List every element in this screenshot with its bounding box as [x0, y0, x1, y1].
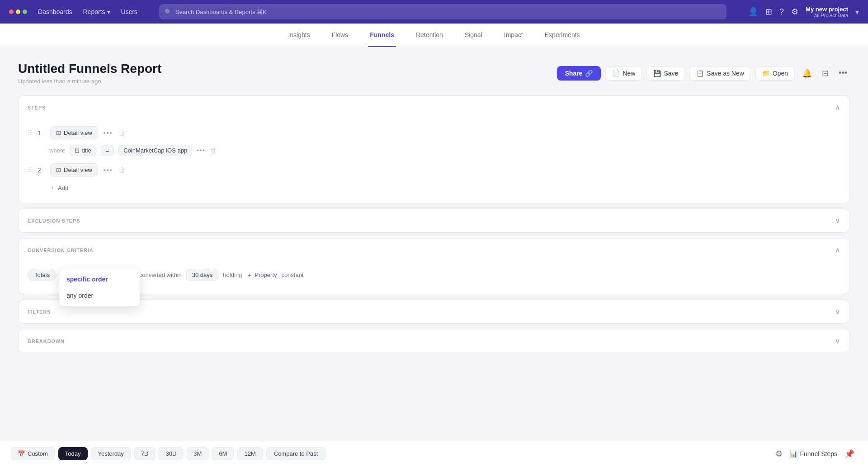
steps-section: STEPS ∧ ⠿ 1 ⊡ Detail view ••• 🗑 where ⊡ …	[18, 95, 850, 203]
conversion-header[interactable]: CONVERSION CRITERIA ∧	[19, 238, 849, 262]
close-dot	[9, 10, 14, 14]
dropdown-any-order[interactable]: any order	[59, 287, 140, 304]
tab-flows[interactable]: Flows	[330, 24, 350, 47]
dropdown-specific-order[interactable]: specific order	[59, 271, 140, 287]
step-badge-2[interactable]: ⊡ Detail view	[50, 163, 98, 176]
step-num-1: 1	[38, 129, 45, 137]
steps-chevron-icon: ∧	[835, 103, 840, 112]
where-label-1: where	[49, 147, 65, 154]
expand-dot	[23, 10, 27, 14]
nav-dashboards[interactable]: Dashboards	[38, 8, 72, 15]
breakdown-title: BREAKDOWN	[28, 338, 65, 344]
report-title-group: Untitled Funnels Report Updated less tha…	[18, 62, 161, 85]
tab-impact[interactable]: Impact	[502, 24, 525, 47]
filter-more-icon[interactable]: •••	[197, 147, 206, 154]
open-button[interactable]: 📁 Open	[755, 66, 795, 81]
detail-view-icon-2: ⊡	[56, 167, 61, 173]
step-delete-2[interactable]: 🗑	[118, 166, 126, 174]
steps-title: STEPS	[28, 105, 46, 110]
link-icon: 🔗	[585, 70, 593, 77]
new-button[interactable]: 📄 New	[605, 66, 642, 81]
page-title: Untitled Funnels Report	[18, 62, 161, 76]
conversion-chevron-icon: ∧	[835, 246, 840, 254]
save-button[interactable]: 💾 Save	[646, 66, 685, 81]
filters-header[interactable]: FILTERS ∨	[19, 300, 849, 323]
tab-retention[interactable]: Retention	[414, 24, 445, 47]
tab-signal[interactable]: Signal	[463, 24, 484, 47]
add-step-button[interactable]: ＋ Add	[28, 180, 68, 194]
eq-badge[interactable]: =	[101, 145, 114, 156]
holding-label: holding	[223, 272, 242, 278]
conversion-section: CONVERSION CRITERIA ∧ Totals in specific…	[18, 238, 850, 294]
step-row-2: ⠿ 2 ⊡ Detail view ••• 🗑	[28, 160, 840, 180]
breakdown-header[interactable]: BREAKDOWN ∨	[19, 329, 849, 353]
step-num-2: 2	[38, 167, 45, 174]
reports-chevron-icon: ▾	[107, 8, 110, 15]
where-row-1: where ⊡ title = CoinMarketCap iOS app ••…	[28, 143, 840, 158]
breakdown-section: BREAKDOWN ∨	[18, 329, 850, 353]
secondary-nav: Insights Flows Funnels Retention Signal …	[0, 24, 868, 47]
tab-insights[interactable]: Insights	[286, 24, 311, 47]
bell-icon[interactable]: 🔔	[799, 67, 815, 80]
plus-icon: ＋	[246, 271, 252, 279]
exclusion-title: EXCLUSION STEPS	[28, 218, 80, 224]
save-as-new-button[interactable]: 📋 Save as New	[689, 66, 750, 81]
folder-icon: 📁	[762, 70, 770, 77]
header-actions: Share 🔗 📄 New 💾 Save 📋 Save as New 📁 Ope…	[557, 66, 850, 81]
project-chevron-icon[interactable]: ▾	[855, 8, 859, 16]
conversion-body: Totals in specific order who converted w…	[19, 262, 849, 294]
filters-section: FILTERS ∨	[18, 300, 850, 324]
title-filter-badge[interactable]: ⊡ title	[70, 145, 96, 156]
window-controls	[9, 10, 27, 14]
nav-reports[interactable]: Reports ▾	[83, 8, 110, 15]
save-icon: 💾	[653, 70, 661, 77]
breakdown-chevron-icon: ∨	[835, 337, 840, 345]
apps-icon[interactable]: ⊞	[765, 7, 772, 17]
totals-pill[interactable]: Totals	[28, 269, 57, 281]
search-icon: 🔍	[165, 9, 172, 15]
share-button[interactable]: Share 🔗	[557, 66, 601, 81]
filters-chevron-icon: ∨	[835, 307, 840, 316]
filter-value-badge[interactable]: CoinMarketCap iOS app	[118, 145, 192, 156]
steps-header[interactable]: STEPS ∧	[19, 96, 849, 119]
report-header: Untitled Funnels Report Updated less tha…	[18, 62, 850, 85]
constant-label: constant	[281, 272, 303, 278]
drag-handle-1[interactable]: ⠿	[28, 129, 32, 137]
notifications-icon[interactable]: 👤	[748, 7, 758, 17]
layout-icon[interactable]: ⊟	[819, 67, 831, 80]
filter-delete-icon[interactable]: 🗑	[210, 147, 217, 154]
step-more-1[interactable]: •••	[104, 129, 113, 137]
conversion-row: Totals in specific order who converted w…	[28, 265, 840, 285]
settings-icon[interactable]: ⚙	[791, 7, 798, 17]
property-button[interactable]: ＋ Property	[246, 271, 277, 279]
days-selector[interactable]: 30 days	[186, 269, 219, 281]
minimize-dot	[16, 10, 20, 14]
more-icon[interactable]: •••	[836, 67, 850, 80]
exclusion-section: EXCLUSION STEPS ∨	[18, 209, 850, 233]
new-icon: 📄	[612, 70, 620, 77]
add-icon: ＋	[49, 184, 55, 192]
exclusion-header[interactable]: EXCLUSION STEPS ∨	[19, 209, 849, 232]
nav-users[interactable]: Users	[121, 8, 138, 15]
report-updated: Updated less than a minute ago	[18, 78, 161, 85]
tab-funnels[interactable]: Funnels	[368, 24, 396, 47]
step-row-1: ⠿ 1 ⊡ Detail view ••• 🗑	[28, 123, 840, 143]
step-more-2[interactable]: •••	[104, 167, 113, 174]
top-nav: Dashboards Reports ▾ Users 🔍 Search Dash…	[0, 0, 868, 24]
save-as-icon: 📋	[696, 70, 704, 77]
drag-handle-2[interactable]: ⠿	[28, 167, 32, 174]
main-content: Untitled Funnels Report Updated less tha…	[0, 47, 868, 404]
search-bar[interactable]: 🔍 Search Dashboards & Reports ⌘K	[159, 4, 726, 19]
steps-body: ⠿ 1 ⊡ Detail view ••• 🗑 where ⊡ title =	[19, 119, 849, 203]
nav-right-actions: 👤 ⊞ ? ⚙ My new project All Project Data …	[748, 6, 859, 18]
project-info[interactable]: My new project All Project Data	[806, 6, 848, 18]
tab-experiments[interactable]: Experiments	[543, 24, 582, 47]
help-icon[interactable]: ?	[779, 7, 784, 17]
filters-title: FILTERS	[28, 309, 51, 315]
conversion-title: CONVERSION CRITERIA	[28, 248, 94, 253]
exclusion-chevron-icon: ∨	[835, 216, 840, 225]
step-delete-1[interactable]: 🗑	[118, 129, 126, 137]
step-badge-1[interactable]: ⊡ Detail view	[50, 126, 98, 139]
detail-view-icon-1: ⊡	[56, 129, 61, 136]
order-dropdown: specific order any order	[59, 268, 140, 307]
